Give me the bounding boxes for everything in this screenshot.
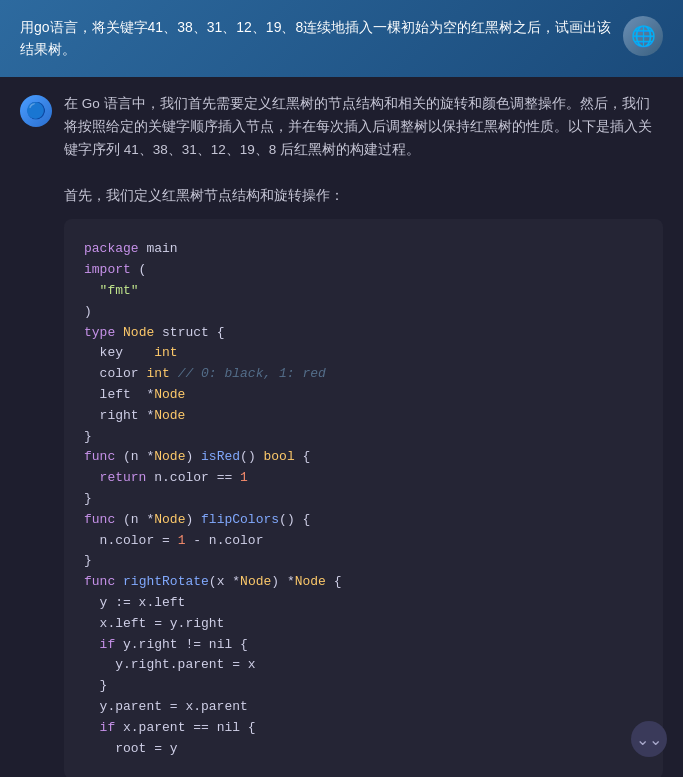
code-line-3: import (	[84, 260, 643, 281]
code-line-15: return n.color == 1	[84, 468, 643, 489]
code-line-27: }	[84, 676, 643, 697]
code-block: package main import ( "fmt" ) type Node …	[64, 219, 663, 777]
code-line-4: "fmt"	[84, 281, 643, 302]
code-line-18: func (n *Node) flipColors() {	[84, 510, 643, 531]
top-banner: 用go语言，将关键字41、38、31、12、19、8连续地插入一棵初始为空的红黑…	[0, 0, 683, 77]
code-line-22: func rightRotate(x *Node) *Node {	[84, 572, 643, 593]
scroll-down-button[interactable]: ⌄⌄	[631, 721, 667, 757]
banner-avatar-emoji: 🌐	[631, 24, 656, 48]
code-line-9: color int // 0: black, 1: red	[84, 364, 643, 385]
response-avatar: 🔵	[20, 95, 52, 127]
code-line-30: root = y	[84, 739, 643, 760]
code-line-11: right *Node	[84, 406, 643, 427]
code-line-25: if y.right != nil {	[84, 635, 643, 656]
response-intro: 在 Go 语言中，我们首先需要定义红黑树的节点结构和相关的旋转和颜色调整操作。然…	[64, 93, 663, 162]
code-line-29: if x.parent == nil {	[84, 718, 643, 739]
content-area: 🔵 在 Go 语言中，我们首先需要定义红黑树的节点结构和相关的旋转和颜色调整操作…	[0, 77, 683, 777]
code-line-5: )	[84, 302, 643, 323]
code-line-23: y := x.left	[84, 593, 643, 614]
code-line-1: package main	[84, 239, 643, 260]
chevron-down-icon: ⌄⌄	[636, 730, 662, 749]
code-line-16: }	[84, 489, 643, 510]
code-line-26: y.right.parent = x	[84, 655, 643, 676]
message-content: 在 Go 语言中，我们首先需要定义红黑树的节点结构和相关的旋转和颜色调整操作。然…	[64, 93, 663, 777]
code-line-7: type Node struct {	[84, 323, 643, 344]
message-row: 🔵 在 Go 语言中，我们首先需要定义红黑树的节点结构和相关的旋转和颜色调整操作…	[0, 77, 683, 777]
code-line-8: key int	[84, 343, 643, 364]
code-line-12: }	[84, 427, 643, 448]
code-line-24: x.left = y.right	[84, 614, 643, 635]
code-line-28: y.parent = x.parent	[84, 697, 643, 718]
banner-avatar: 🌐	[623, 16, 663, 56]
response-subtitle: 首先，我们定义红黑树节点结构和旋转操作：	[64, 185, 663, 208]
code-line-20: }	[84, 551, 643, 572]
code-line-19: n.color = 1 - n.color	[84, 531, 643, 552]
code-line-10: left *Node	[84, 385, 643, 406]
banner-text: 用go语言，将关键字41、38、31、12、19、8连续地插入一棵初始为空的红黑…	[20, 16, 623, 61]
code-line-14: func (n *Node) isRed() bool {	[84, 447, 643, 468]
banner-text-content: 用go语言，将关键字41、38、31、12、19、8连续地插入一棵初始为空的红黑…	[20, 19, 611, 57]
